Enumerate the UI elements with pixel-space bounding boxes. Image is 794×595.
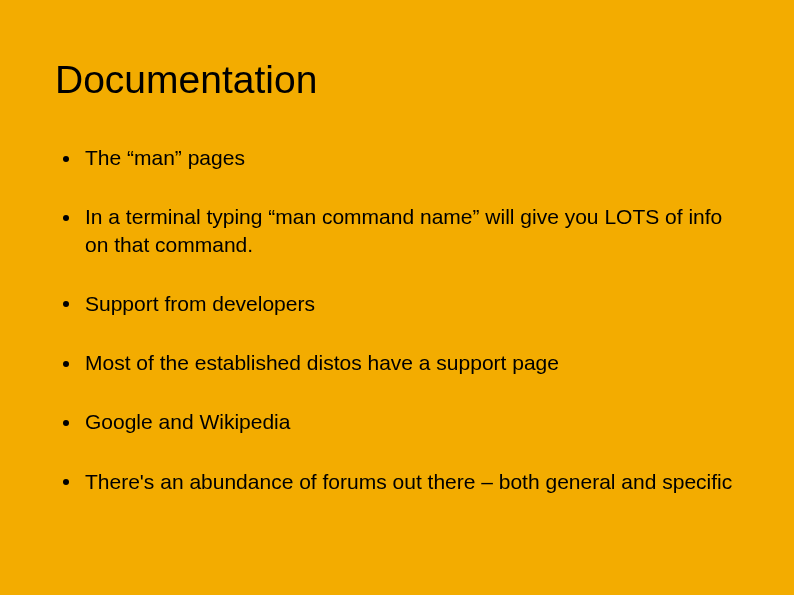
list-item: The “man” pages <box>55 144 739 171</box>
bullet-icon <box>63 361 69 367</box>
bullet-icon <box>63 420 69 426</box>
slide-title: Documentation <box>55 58 739 102</box>
bullet-text: Support from developers <box>85 292 315 315</box>
list-item: In a terminal typing “man command name” … <box>55 203 739 258</box>
bullet-icon <box>63 156 69 162</box>
bullet-list: The “man” pages In a terminal typing “ma… <box>55 144 739 495</box>
bullet-text: In a terminal typing “man command name” … <box>85 205 722 255</box>
bullet-text: There's an abundance of forums out there… <box>85 470 732 493</box>
bullet-icon <box>63 479 69 485</box>
list-item: There's an abundance of forums out there… <box>55 468 739 495</box>
list-item: Google and Wikipedia <box>55 408 739 435</box>
bullet-icon <box>63 215 69 221</box>
bullet-text: Most of the established distos have a su… <box>85 351 559 374</box>
bullet-text: The “man” pages <box>85 146 245 169</box>
bullet-text: Google and Wikipedia <box>85 410 290 433</box>
list-item: Most of the established distos have a su… <box>55 349 739 376</box>
bullet-icon <box>63 301 69 307</box>
list-item: Support from developers <box>55 290 739 317</box>
